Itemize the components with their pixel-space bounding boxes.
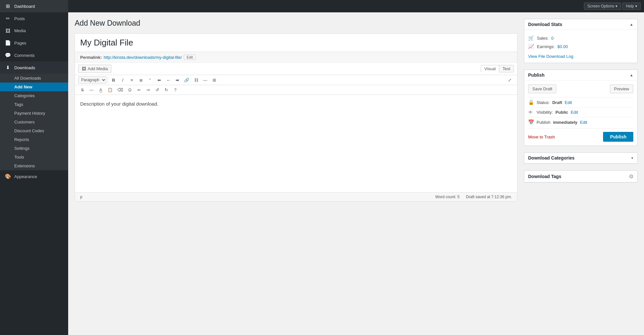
publish-time-edit-link[interactable]: Edit xyxy=(580,120,587,125)
collapse-icon: ▲ xyxy=(630,22,633,26)
download-categories-title: Download Categories xyxy=(528,155,575,161)
ordered-list-button[interactable]: ≣ xyxy=(137,77,145,84)
outdent-button[interactable]: ⇐ xyxy=(135,86,143,93)
save-draft-button[interactable]: Save Draft xyxy=(528,84,556,93)
download-tags-header[interactable]: Download Tags ⊙ xyxy=(524,171,637,182)
unordered-list-button[interactable]: ≡ xyxy=(128,77,136,84)
sidebar-item-pages[interactable]: 📄 Pages xyxy=(0,37,68,49)
permalink-link[interactable]: http://kinsta.dev/downloads/my-digital-f… xyxy=(104,55,182,60)
more-button[interactable]: — xyxy=(201,77,209,84)
screen-options-chevron-icon: ▾ xyxy=(615,4,617,8)
help-label: Help xyxy=(626,4,634,8)
sidebar-item-label: Posts xyxy=(14,16,25,21)
status-icon: 🔒 xyxy=(528,99,534,105)
publish-title: Publish xyxy=(528,72,545,78)
view-log-link[interactable]: View File Download Log xyxy=(528,54,633,59)
format-select[interactable]: Paragraph xyxy=(78,76,106,84)
sidebar-item-appearance[interactable]: 🎨 Appearance xyxy=(0,170,68,183)
post-title-input[interactable] xyxy=(75,34,517,52)
remove-link-button[interactable]: ⛓ xyxy=(192,77,200,84)
insert-link-button[interactable]: 🔗 xyxy=(182,77,191,84)
sidebar-item-posts[interactable]: ✏ Posts xyxy=(0,12,68,25)
download-categories-header[interactable]: Download Categories ▾ xyxy=(524,153,637,163)
expand-button[interactable]: ⤢ xyxy=(505,77,514,84)
sidebar-item-label: Dashboard xyxy=(14,4,35,9)
editor-wrapper: Permalink: http://kinsta.dev/downloads/m… xyxy=(75,33,517,201)
paste-from-word-button[interactable]: 📋 xyxy=(105,86,115,93)
sidebar-item-downloads[interactable]: ⬇ Downloads xyxy=(0,61,68,74)
align-left-button[interactable]: ⬅ xyxy=(155,77,163,84)
sidebar-item-all-downloads[interactable]: All Downloads xyxy=(0,74,68,83)
sales-row: 🛒 Sales: 0 xyxy=(528,34,633,42)
sidebar-item-label: Downloads xyxy=(14,65,35,70)
editor-tag: p xyxy=(80,195,82,199)
status-edit-link[interactable]: Edit xyxy=(565,100,572,105)
publish-footer: Move to Trash Publish xyxy=(528,128,633,142)
publish-header[interactable]: Publish ▲ xyxy=(524,70,637,81)
dashboard-icon: ⊞ xyxy=(5,3,11,9)
italic-button[interactable]: I xyxy=(118,77,127,84)
tab-visual[interactable]: Visual xyxy=(481,65,499,72)
posts-icon: ✏ xyxy=(5,16,11,21)
table-button[interactable]: ⊞ xyxy=(210,77,218,84)
blockquote-button[interactable]: " xyxy=(146,77,154,84)
sidebar-item-categories[interactable]: Categories xyxy=(0,91,68,100)
discount-codes-label: Discount Codes xyxy=(14,128,44,133)
permalink-label: Permalink: xyxy=(80,55,102,60)
editor-content: Description of your digital download. xyxy=(80,100,512,108)
editor-body[interactable]: Description of your digital download. xyxy=(75,95,517,192)
align-center-button[interactable]: ↔ xyxy=(164,77,172,84)
redo-button[interactable]: ↻ xyxy=(162,86,170,93)
visibility-icon: 👁 xyxy=(528,110,534,115)
clear-formatting-button[interactable]: ⌫ xyxy=(115,86,125,93)
publish-time-label: Publish xyxy=(537,120,551,125)
sidebar-item-tools[interactable]: Tools xyxy=(0,153,68,161)
align-right-button[interactable]: ➡ xyxy=(173,77,181,84)
sidebar-item-extensions[interactable]: Extensions xyxy=(0,161,68,170)
sidebar-item-discount-codes[interactable]: Discount Codes xyxy=(0,126,68,135)
bold-button[interactable]: B xyxy=(109,77,118,84)
extensions-label: Extensions xyxy=(14,163,35,168)
sales-value[interactable]: 0 xyxy=(551,36,553,41)
sidebar-item-media[interactable]: 🖼 Media xyxy=(0,25,68,37)
preview-button[interactable]: Preview xyxy=(610,84,633,93)
add-media-button[interactable]: 🖼 Add Media xyxy=(78,65,111,73)
sidebar-item-tags[interactable]: Tags xyxy=(0,100,68,109)
hr-button[interactable]: — xyxy=(87,86,96,93)
special-chars-button[interactable]: Ω xyxy=(126,86,134,93)
text-color-button[interactable]: A̲ xyxy=(96,86,105,93)
sidebar-item-customers[interactable]: Customers xyxy=(0,118,68,126)
visual-text-tabs: Visual Text xyxy=(481,65,514,72)
footer-right: Word count: 5 Draft saved at 7:12:36 pm. xyxy=(435,195,512,199)
main-content: Add New Download Permalink: http://kinst… xyxy=(68,12,644,335)
help-editor-button[interactable]: ? xyxy=(171,86,180,93)
strikethrough-button[interactable]: S̶ xyxy=(78,86,87,93)
earnings-value[interactable]: $0.00 xyxy=(557,44,568,49)
payment-history-label: Payment History xyxy=(14,111,45,116)
sidebar: ⊞ Dashboard ✏ Posts 🖼 Media 📄 Pages 💬 Co… xyxy=(0,0,68,335)
help-button[interactable]: Help ▾ xyxy=(622,3,641,10)
customers-label: Customers xyxy=(14,120,35,124)
sidebar-item-dashboard[interactable]: ⊞ Dashboard xyxy=(0,0,68,12)
sidebar-item-payment-history[interactable]: Payment History xyxy=(0,109,68,118)
cart-icon: 🛒 xyxy=(528,35,534,41)
add-new-label: Add New xyxy=(14,84,32,89)
visibility-edit-link[interactable]: Edit xyxy=(571,110,578,115)
sidebar-item-reports[interactable]: Reports xyxy=(0,135,68,144)
pages-icon: 📄 xyxy=(5,40,11,46)
tags-collapse-icon: ⊙ xyxy=(629,173,633,179)
downloads-icon: ⬇ xyxy=(5,65,11,71)
download-stats-header[interactable]: Download Stats ▲ xyxy=(524,19,637,30)
screen-options-button[interactable]: Screen Options ▾ xyxy=(584,3,621,10)
sidebar-item-add-new[interactable]: Add New xyxy=(0,83,68,91)
sidebar-item-comments[interactable]: 💬 Comments xyxy=(0,49,68,61)
undo-button[interactable]: ↺ xyxy=(153,86,161,93)
publish-button[interactable]: Publish xyxy=(603,132,633,142)
comments-icon: 💬 xyxy=(5,52,11,58)
indent-button[interactable]: ⇒ xyxy=(144,86,152,93)
move-trash-link[interactable]: Move to Trash xyxy=(528,135,555,139)
tab-text[interactable]: Text xyxy=(499,65,514,72)
permalink-edit-button[interactable]: Edit xyxy=(184,55,196,60)
sidebar-item-settings[interactable]: Settings xyxy=(0,144,68,153)
word-count-value: 5 xyxy=(457,195,460,199)
